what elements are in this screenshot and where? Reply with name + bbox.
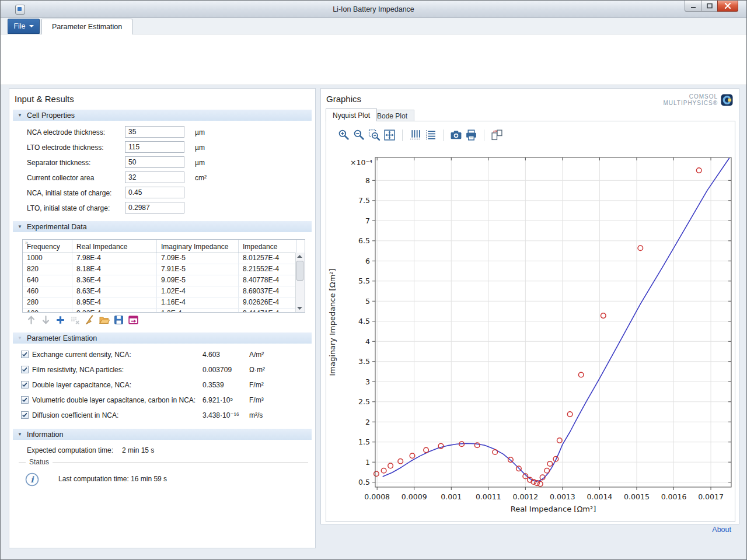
title-bar[interactable]: Li-Ion Battery Impedance — [1, 1, 746, 18]
field-input[interactable]: 50 — [125, 156, 184, 168]
table-row[interactable]: 2808.95E-41.16E-49.02626E-4 — [23, 298, 305, 309]
x-tick-label: 0.0012 — [512, 492, 538, 501]
field-label: Separator thickness: — [27, 159, 90, 167]
column-header[interactable]: Imaginary Impedance — [157, 240, 239, 253]
table-cell[interactable]: 280 — [23, 298, 72, 308]
file-menu-button[interactable]: File — [8, 19, 40, 34]
parameter-checkbox[interactable] — [21, 396, 29, 404]
table-cell[interactable]: 7.98E-4 — [72, 253, 157, 264]
table-cell[interactable]: 1.3E-4 — [157, 309, 239, 313]
section-header-experimental-data[interactable]: ▼ Experimental Data — [13, 221, 312, 232]
parameter-checkbox[interactable] — [21, 381, 29, 388]
table-cell[interactable]: 100 — [23, 309, 72, 313]
move-up-button[interactable] — [26, 314, 37, 326]
table-cell[interactable]: 8.95E-4 — [72, 298, 157, 308]
column-header[interactable]: Impedance — [239, 240, 297, 253]
parameter-checkbox[interactable] — [21, 351, 29, 358]
experimental-data-table[interactable]: » FrequencyReal ImpedanceImaginary Imped… — [22, 239, 305, 313]
field-label: NCA electrode thickness: — [27, 128, 105, 136]
table-cell[interactable]: 460 — [23, 286, 72, 297]
table-cell[interactable]: 9.41471E-4 — [239, 309, 297, 313]
y-tick-label: 1.5 — [358, 438, 370, 446]
table-row[interactable]: 6408.36E-49.09E-58.40778E-4 — [23, 275, 305, 286]
copy-plot-button[interactable] — [491, 129, 503, 141]
table-cell[interactable]: 9.32E-4 — [72, 309, 157, 313]
field-input[interactable]: 32 — [125, 172, 184, 183]
table-cell[interactable]: 8.36E-4 — [72, 275, 157, 286]
move-down-button[interactable] — [40, 314, 51, 326]
section-header-cell-properties[interactable]: ▼ Cell Properties — [13, 110, 312, 121]
table-cell[interactable]: 640 — [23, 275, 72, 286]
table-row[interactable]: 10007.98E-47.09E-58.01257E-4 — [23, 253, 305, 264]
experimental-data-points — [424, 447, 429, 453]
table-cell[interactable]: 820 — [23, 264, 72, 275]
scroll-down-icon[interactable] — [297, 307, 302, 310]
table-cell[interactable]: 1000 — [23, 253, 72, 264]
parameter-unit: F/m³ — [249, 396, 264, 404]
tab-nyquist-plot[interactable]: Nyquist Plot — [326, 108, 377, 121]
zoom-box-button[interactable] — [368, 129, 381, 141]
field-input[interactable]: 0.2987 — [125, 202, 184, 214]
scroll-up-icon[interactable] — [297, 255, 302, 258]
column-header[interactable]: Frequency — [23, 240, 72, 253]
table-cell[interactable]: 8.40778E-4 — [239, 275, 297, 286]
nyquist-chart[interactable]: 0.00080.00090.0010.00110.00120.00130.001… — [323, 147, 738, 520]
parameter-checkbox[interactable] — [21, 366, 29, 373]
table-cell[interactable]: 9.02626E-4 — [239, 298, 297, 308]
table-cell[interactable]: 8.01257E-4 — [239, 253, 297, 264]
table-row[interactable]: 1009.32E-41.3E-49.41471E-4 — [23, 309, 305, 313]
table-row[interactable]: 8208.18E-47.91E-58.21552E-4 — [23, 264, 305, 275]
parameter-value: 3.438·10⁻¹⁶ — [203, 411, 239, 419]
plot-frame — [375, 158, 731, 487]
column-resize-icon[interactable]: » — [25, 240, 28, 246]
field-input[interactable]: 35 — [125, 126, 184, 138]
table-cell[interactable]: 1.16E-4 — [157, 298, 239, 308]
image-snapshot-button[interactable] — [450, 129, 462, 141]
x-tick-label: 0.0014 — [587, 492, 613, 501]
table-scrollbar[interactable] — [295, 253, 305, 312]
table-cell[interactable]: 9.09E-5 — [157, 275, 239, 286]
tab-parameter-estimation[interactable]: Parameter Estimation — [41, 19, 132, 34]
minimize-button[interactable] — [685, 1, 701, 12]
table-cell[interactable]: 8.21552E-4 — [239, 264, 297, 275]
clear-table-button[interactable] — [84, 314, 95, 326]
table-cell[interactable]: 8.69037E-4 — [239, 286, 297, 297]
zoom-in-button[interactable] — [338, 129, 350, 141]
column-header[interactable]: Real Impedance — [72, 240, 157, 253]
table-cell[interactable]: 8.63E-4 — [72, 286, 157, 297]
export-table-button[interactable] — [128, 314, 139, 326]
field-input[interactable]: 115 — [125, 141, 184, 153]
section-header-parameter-estimation[interactable]: ▼ Parameter Estimation — [13, 332, 312, 344]
parameter-checkbox[interactable] — [21, 411, 29, 419]
about-link[interactable]: About — [689, 526, 731, 534]
field-unit: cm² — [195, 174, 207, 182]
field-input[interactable]: 0.45 — [125, 187, 184, 198]
close-button[interactable] — [717, 1, 738, 12]
delete-row-button[interactable] — [69, 314, 81, 326]
maximize-button[interactable] — [701, 1, 718, 12]
x-tick-label: 0.0016 — [661, 492, 687, 501]
load-file-button[interactable] — [99, 314, 110, 326]
save-file-button[interactable] — [113, 314, 124, 326]
scrollbar-thumb[interactable] — [296, 261, 303, 281]
table-header-row[interactable]: » FrequencyReal ImpedanceImaginary Imped… — [23, 240, 305, 253]
zoom-extents-button[interactable] — [383, 129, 396, 141]
table-body[interactable]: 10007.98E-47.09E-58.01257E-48208.18E-47.… — [23, 253, 305, 313]
field-unit: µm — [195, 128, 205, 136]
y-axis-label: Imaginary Impedance [Ωm²] — [328, 268, 337, 376]
table-cell[interactable]: 7.09E-5 — [157, 253, 239, 264]
x-axis-grid-button[interactable] — [409, 129, 421, 141]
add-row-button[interactable] — [55, 314, 66, 326]
field-unit: µm — [195, 159, 205, 167]
table-row[interactable]: 4608.63E-41.02E-48.69037E-4 — [23, 286, 305, 298]
table-cell[interactable]: 7.91E-5 — [157, 264, 239, 275]
last-computation-time: Last computation time: 16 min 59 s — [58, 475, 167, 483]
zoom-out-button[interactable] — [353, 129, 365, 141]
y-axis-grid-button[interactable] — [424, 129, 437, 141]
section-header-information[interactable]: ▼ Information — [13, 429, 312, 440]
field-row: Separator thickness:50µm — [19, 156, 310, 168]
print-button[interactable] — [465, 129, 477, 141]
table-cell[interactable]: 8.18E-4 — [72, 264, 157, 275]
graphics-toolbar — [338, 129, 503, 141]
table-cell[interactable]: 1.02E-4 — [157, 286, 239, 297]
